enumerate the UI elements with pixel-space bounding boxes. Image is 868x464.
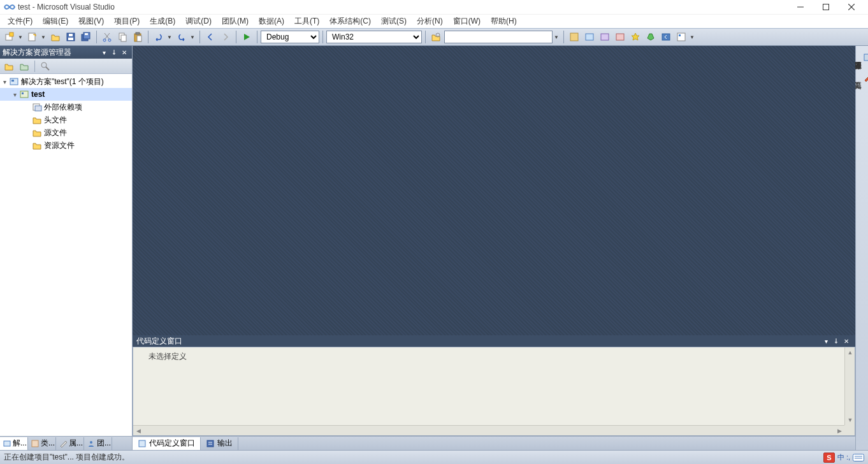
- redo-dropdown[interactable]: ▼: [190, 34, 196, 40]
- tree-headers[interactable]: 头文件: [0, 113, 132, 126]
- tree-solution-root[interactable]: ▾ 解决方案"test"(1 个项目): [0, 75, 132, 88]
- tree-resources[interactable]: 资源文件: [0, 139, 132, 152]
- menu-debug[interactable]: 调试(D): [180, 15, 217, 28]
- panel-options-button[interactable]: ▾: [99, 47, 109, 57]
- tab-codedef[interactable]: 代码定义窗口: [133, 437, 201, 450]
- start-debug-button[interactable]: [240, 30, 254, 44]
- tab-team[interactable]: 团...: [84, 437, 112, 450]
- search-dropdown[interactable]: ▼: [554, 34, 560, 40]
- ime-lang: 中 :,: [837, 453, 850, 462]
- refs-icon: [32, 102, 42, 112]
- search-input[interactable]: [444, 31, 553, 43]
- find-in-files-button[interactable]: [429, 30, 443, 44]
- menu-project[interactable]: 项目(P): [109, 15, 145, 28]
- ime-indicator[interactable]: S 中 :,: [823, 453, 864, 463]
- menu-architecture[interactable]: 体系结构(C): [324, 15, 376, 28]
- tool-btn-3[interactable]: [598, 30, 612, 44]
- scrollbar-horizontal[interactable]: ◀ ▶: [133, 425, 844, 435]
- menu-analyze[interactable]: 分析(N): [412, 15, 448, 28]
- new-project-dropdown[interactable]: ▼: [18, 34, 24, 40]
- nav-forward-button[interactable]: [219, 30, 233, 44]
- menu-file[interactable]: 文件(F): [3, 15, 38, 28]
- scroll-right-icon[interactable]: ▶: [834, 426, 844, 436]
- expand-icon[interactable]: ▾: [0, 78, 9, 85]
- server-icon: [863, 53, 868, 62]
- cut-button[interactable]: [100, 30, 114, 44]
- menu-help[interactable]: 帮助(H): [486, 15, 522, 28]
- open-file-button[interactable]: [48, 30, 62, 44]
- tab-props[interactable]: 属...: [56, 437, 84, 450]
- solution-label: 解决方案"test"(1 个项目): [21, 76, 104, 87]
- props-icon: [59, 439, 68, 448]
- codedef-header: 代码定义窗口 ▾ ✕: [133, 335, 855, 347]
- minimize-button[interactable]: [788, 0, 813, 14]
- paste-button[interactable]: [131, 30, 145, 44]
- codedef-close-button[interactable]: ✕: [841, 336, 851, 346]
- refresh-button[interactable]: [18, 60, 31, 73]
- left-bottom-tabs: 解... 类... 属... 团...: [0, 436, 132, 450]
- menu-tools[interactable]: 工具(T): [289, 15, 324, 28]
- svg-rect-33: [22, 92, 24, 94]
- tree-external-deps[interactable]: 外部依赖项: [0, 101, 132, 113]
- svg-rect-18: [136, 33, 140, 34]
- tab-class[interactable]: 类...: [28, 437, 56, 450]
- save-button[interactable]: [64, 30, 78, 44]
- codedef-options-button[interactable]: ▾: [821, 336, 831, 346]
- svg-rect-9: [68, 38, 73, 40]
- nav-back-button[interactable]: [203, 30, 217, 44]
- solution-tree[interactable]: ▾ 解决方案"test"(1 个项目) ▾ test 外部依赖项 头文件: [0, 74, 132, 436]
- panel-pin-button[interactable]: [109, 47, 119, 57]
- menu-edit[interactable]: 编辑(E): [38, 15, 73, 28]
- scroll-up-icon[interactable]: ▲: [845, 347, 855, 358]
- codedef-pin-button[interactable]: [831, 336, 841, 346]
- tool-btn-5[interactable]: [628, 30, 642, 44]
- show-all-button[interactable]: [3, 60, 15, 73]
- tool-dropdown[interactable]: ▼: [690, 34, 696, 40]
- tree-sources[interactable]: 源文件: [0, 126, 132, 139]
- scroll-down-icon[interactable]: ▼: [845, 415, 855, 425]
- node-label: 资源文件: [44, 140, 75, 151]
- menu-build[interactable]: 生成(B): [145, 15, 180, 28]
- add-item-button[interactable]: [25, 30, 40, 44]
- toolbox-icon: [863, 73, 868, 82]
- expand-icon[interactable]: ▾: [10, 91, 19, 98]
- tool-btn-2[interactable]: [582, 30, 597, 44]
- close-button[interactable]: [839, 0, 864, 14]
- svg-rect-26: [677, 33, 685, 41]
- menu-test[interactable]: 测试(S): [376, 15, 412, 28]
- panel-close-button[interactable]: ✕: [119, 47, 129, 57]
- scrollbar-vertical[interactable]: ▲ ▼: [844, 347, 855, 425]
- add-item-dropdown[interactable]: ▼: [41, 34, 47, 40]
- tab-output[interactable]: 输出: [201, 437, 238, 450]
- folder-icon: [32, 127, 42, 138]
- tool-btn-4[interactable]: [613, 30, 627, 44]
- menu-view[interactable]: 视图(V): [73, 15, 109, 28]
- undo-dropdown[interactable]: ▼: [167, 34, 173, 40]
- folder-icon: [32, 140, 42, 150]
- undo-button[interactable]: [152, 30, 166, 44]
- maximize-button[interactable]: [813, 0, 839, 14]
- tool-btn-6[interactable]: [644, 30, 658, 44]
- config-combo[interactable]: Debug: [261, 31, 319, 43]
- copy-button[interactable]: [115, 30, 129, 44]
- tab-solution[interactable]: 解...: [0, 437, 28, 450]
- menu-data[interactable]: 数据(A): [254, 15, 289, 28]
- save-all-button[interactable]: [79, 30, 93, 44]
- menu-window[interactable]: 窗口(W): [448, 15, 486, 28]
- tool-btn-7[interactable]: [659, 30, 673, 44]
- tool-btn-8[interactable]: [674, 30, 688, 44]
- svg-rect-44: [853, 454, 864, 461]
- tool-btn-1[interactable]: [567, 30, 581, 44]
- properties-button[interactable]: [39, 60, 52, 73]
- platform-combo[interactable]: Win32: [326, 31, 422, 43]
- new-project-button[interactable]: [3, 30, 17, 44]
- redo-button[interactable]: [175, 30, 189, 44]
- tree-project[interactable]: ▾ test: [0, 88, 132, 101]
- svg-rect-8: [69, 34, 73, 36]
- ime-logo-icon: S: [823, 453, 835, 463]
- svg-rect-1: [823, 4, 829, 10]
- solution-icon: [3, 439, 11, 448]
- statusbar: 正在创建项目"test"... 项目创建成功。 S 中 :,: [0, 450, 868, 464]
- scroll-left-icon[interactable]: ◀: [133, 426, 143, 436]
- menu-team[interactable]: 团队(M): [217, 15, 254, 28]
